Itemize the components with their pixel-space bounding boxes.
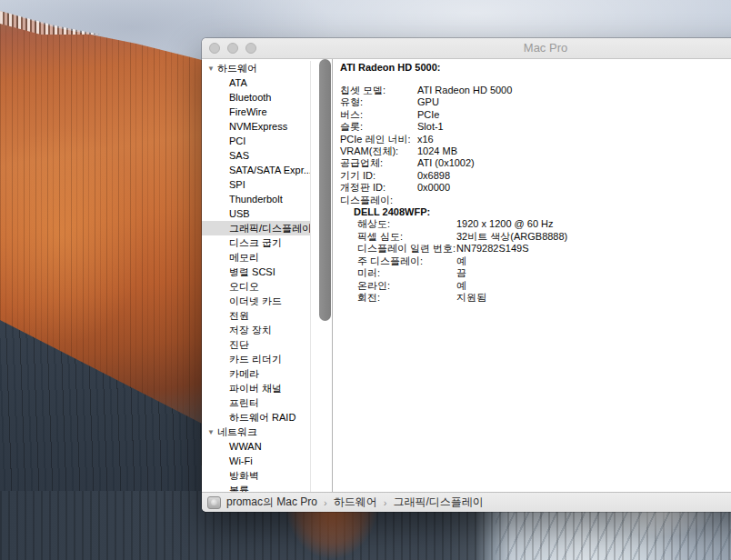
info-row: 기기 ID:0x6898 (340, 170, 731, 182)
sidebar-section-header[interactable]: ▼하드웨어 (202, 61, 310, 75)
sidebar: ▼하드웨어ATABluetoothFireWireNVMExpressPCISA… (202, 59, 333, 492)
info-label: 슬롯: (340, 121, 417, 133)
sidebar-item[interactable]: 병렬 SCSI (202, 265, 310, 279)
sidebar-item[interactable]: NVMExpress (202, 119, 310, 134)
info-label: 버스: (340, 109, 417, 121)
info-label: 주 디스플레이: (357, 255, 456, 267)
zoom-button[interactable] (245, 43, 256, 54)
window-title: Mac Pro (202, 38, 731, 58)
sidebar-item[interactable]: SPI (202, 177, 310, 192)
sidebar-item[interactable]: 카드 리더기 (202, 352, 310, 366)
sidebar-item[interactable]: FireWire (202, 105, 310, 119)
info-label: 유형: (340, 96, 417, 108)
info-value: GPU (417, 96, 439, 108)
breadcrumb-segment[interactable]: 하드웨어 (334, 495, 377, 510)
sidebar-item[interactable]: SATA/SATA Expr... (202, 163, 310, 177)
sidebar-item[interactable]: 저장 장치 (202, 323, 310, 337)
info-row: 공급업체:ATI (0x1002) (340, 157, 731, 169)
titlebar[interactable]: Mac Pro (202, 38, 731, 59)
info-row: 개정판 ID:0x0000 (340, 182, 731, 194)
sidebar-item[interactable]: Bluetooth (202, 90, 310, 105)
sidebar-item[interactable]: 진단 (202, 337, 310, 352)
info-row: 유형:GPU (340, 96, 731, 108)
info-row: 해상도:1920 x 1200 @ 60 Hz (340, 218, 731, 230)
minimize-button[interactable] (227, 43, 238, 54)
info-value: ATI Radeon HD 5000 (417, 85, 512, 96)
sidebar-item[interactable]: USB (202, 206, 310, 221)
display-info-rows: 해상도:1920 x 1200 @ 60 Hz픽셀 심도:32비트 색상(ARG… (340, 218, 731, 304)
detail-pane: ATI Radeon HD 5000: 칩셋 모델:ATI Radeon HD … (333, 59, 731, 492)
sidebar-item[interactable]: PCI (202, 134, 310, 148)
info-label: 기기 ID: (340, 170, 417, 182)
info-label: 디스플레이: (340, 195, 417, 206)
sidebar-item[interactable]: ATA (202, 75, 310, 90)
mac-pro-icon (207, 496, 221, 509)
sidebar-list: ▼하드웨어ATABluetoothFireWireNVMExpressPCISA… (202, 61, 311, 492)
info-label: 칩셋 모델: (340, 85, 417, 96)
breadcrumb-segment[interactable]: 그래픽/디스플레이 (393, 495, 483, 510)
info-value: NN79282S149S (456, 243, 529, 255)
sidebar-item[interactable]: Wi-Fi (202, 454, 310, 468)
device-info-rows: 칩셋 모델:ATI Radeon HD 5000유형:GPU버스:PCIe슬롯:… (340, 85, 731, 206)
info-row: 슬롯:Slot-1 (340, 121, 731, 133)
sidebar-item[interactable]: SAS (202, 148, 310, 163)
breadcrumb-segment[interactable]: promac의 Mac Pro (226, 495, 317, 510)
breadcrumb: promac의 Mac Pro›하드웨어›그래픽/디스플레이 (226, 495, 484, 510)
sidebar-item[interactable]: 방화벽 (202, 468, 310, 483)
info-value: 예 (456, 280, 466, 292)
info-value: 32비트 색상(ARGB8888) (456, 231, 567, 243)
info-row: 디스플레이: (340, 195, 731, 206)
statusbar: promac의 Mac Pro›하드웨어›그래픽/디스플레이 (202, 492, 731, 512)
system-information-window: Mac Pro ▼하드웨어ATABluetoothFireWireNVMExpr… (202, 38, 731, 512)
info-label: PCIe 레인 너비: (340, 134, 417, 145)
sidebar-item[interactable]: 하드웨어 RAID (202, 410, 310, 425)
sidebar-item[interactable]: 파이버 채널 (202, 381, 310, 395)
sidebar-item[interactable]: 카메라 (202, 366, 310, 381)
info-row: 칩셋 모델:ATI Radeon HD 5000 (340, 85, 731, 96)
sidebar-section-header[interactable]: ▼네트워크 (202, 425, 310, 439)
sidebar-item[interactable]: 프린터 (202, 395, 310, 410)
close-button[interactable] (209, 43, 220, 54)
sidebar-item[interactable]: 메모리 (202, 250, 310, 265)
sidebar-section-label: 네트워크 (217, 426, 257, 437)
info-label: 해상도: (357, 218, 456, 230)
info-label: 픽셀 심도: (357, 231, 456, 243)
display-name: DELL 2408WFP: (340, 206, 731, 218)
window-body: ▼하드웨어ATABluetoothFireWireNVMExpressPCISA… (202, 59, 731, 492)
sidebar-item[interactable]: 전원 (202, 308, 310, 323)
info-value: ATI (0x1002) (417, 157, 475, 169)
info-label: 온라인: (357, 280, 456, 292)
sidebar-scrollbar-thumb[interactable] (319, 59, 331, 321)
info-label: VRAM(전체): (340, 145, 417, 157)
sidebar-item[interactable]: Thunderbolt (202, 192, 310, 206)
info-label: 공급업체: (340, 157, 417, 169)
info-row: 회전:지원됨 (340, 292, 731, 304)
sidebar-item[interactable]: 오디오 (202, 279, 310, 294)
disclosure-triangle-icon[interactable]: ▼ (207, 428, 215, 436)
info-row: 주 디스플레이:예 (340, 255, 731, 267)
sidebar-item[interactable]: WWAN (202, 439, 310, 454)
sidebar-item[interactable]: 이더넷 카드 (202, 294, 310, 308)
info-value: Slot-1 (417, 121, 444, 133)
info-value: x16 (417, 134, 434, 145)
info-value: 끔 (456, 267, 466, 279)
breadcrumb-separator: › (324, 497, 327, 508)
info-label: 회전: (357, 292, 456, 304)
traffic-lights (209, 43, 256, 54)
info-value: 0x0000 (417, 182, 450, 194)
sidebar-item[interactable]: 그래픽/디스플레이 (202, 221, 310, 235)
info-row: 버스:PCIe (340, 109, 731, 121)
info-value: 예 (456, 255, 466, 267)
info-row: VRAM(전체):1024 MB (340, 145, 731, 157)
spacer (340, 74, 731, 85)
sidebar-item[interactable]: 볼륨 (202, 483, 310, 492)
info-row: 디스플레이 일련 번호:NN79282S149S (340, 243, 731, 255)
device-title: ATI Radeon HD 5000: (340, 62, 731, 74)
disclosure-triangle-icon[interactable]: ▼ (207, 65, 215, 73)
info-value: 0x6898 (417, 170, 450, 182)
sidebar-item[interactable]: 디스크 굽기 (202, 235, 310, 250)
info-row: 온라인:예 (340, 280, 731, 292)
desktop: { "window": { "title": "Mac Pro" }, "tit… (0, 0, 731, 560)
info-value: 지원됨 (456, 292, 486, 304)
info-row: 미러:끔 (340, 267, 731, 279)
